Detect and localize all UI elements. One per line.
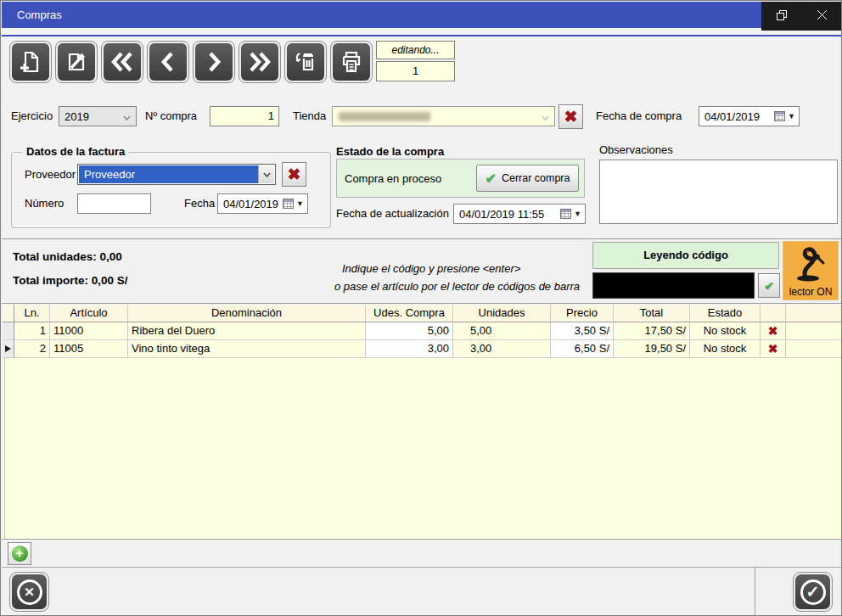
cell-ln[interactable]: 1 (14, 322, 50, 340)
new-record-button[interactable] (9, 41, 52, 83)
cell-ln[interactable]: 2 (14, 340, 50, 358)
table-row[interactable]: 1 11000 Ribera del Duero 5,00 5,00 3,50 … (3, 322, 841, 340)
col-header-udes-compra[interactable]: Udes. Compra (366, 305, 453, 322)
delete-row-button[interactable]: ✖ (761, 340, 786, 358)
compras-window: Compras editando... 1 (0, 0, 842, 616)
check-icon: ✔ (486, 171, 497, 187)
cell-denominacion[interactable]: Ribera del Duero (128, 322, 366, 340)
next-record-button[interactable] (193, 41, 235, 83)
tienda-redacted-value (339, 112, 430, 121)
dropdown-arrow-icon: ▼ (296, 199, 304, 208)
clear-tienda-button[interactable]: ✖ (559, 104, 583, 129)
total-importe: Total importe: 0,00 S/ (13, 274, 128, 287)
barcode-instruction-line2: o pase el artículo por el lector de códi… (334, 277, 580, 295)
red-x-icon: ✖ (288, 165, 301, 184)
ejercicio-select[interactable]: 2019 (59, 106, 137, 126)
restore-button[interactable] (761, 2, 802, 31)
estado-group-title: Estado de la compra (336, 145, 444, 158)
row-selector-current[interactable] (3, 340, 14, 358)
chevron-down-icon (123, 110, 131, 123)
num-compra-label: Nº compra (145, 106, 197, 126)
cell-total[interactable]: 17,50 S/ (614, 322, 690, 340)
tienda-select[interactable] (332, 106, 555, 126)
bottom-bar (2, 567, 842, 616)
col-header-ln[interactable]: Ln. (14, 305, 50, 322)
table-row[interactable]: 2 11005 Vino tinto vitega 3,00 3,00 6,50… (3, 340, 841, 358)
accept-check-icon: ✓ (800, 580, 826, 605)
total-unidades: Total unidades: 0,00 (13, 250, 122, 263)
close-button[interactable] (802, 2, 842, 31)
calendar-icon (774, 111, 785, 121)
observaciones-textarea[interactable] (599, 160, 838, 224)
calendar-icon (560, 209, 571, 219)
cell-unidades[interactable]: 5,00 (453, 322, 551, 340)
last-record-button[interactable] (239, 41, 281, 83)
add-row-strip: + (2, 539, 842, 567)
fecha-actualizacion-datepicker[interactable]: 04/01/2019 11:55 ▼ (453, 204, 586, 224)
edit-record-button[interactable] (55, 41, 98, 83)
close-icon (817, 9, 828, 23)
col-header-estado[interactable]: Estado (690, 305, 761, 322)
barcode-input[interactable] (592, 272, 755, 299)
col-header-total[interactable]: Total (614, 305, 690, 322)
cell-articulo[interactable]: 11005 (50, 340, 128, 358)
numero-input[interactable] (77, 193, 151, 214)
ejercicio-value: 2019 (59, 110, 123, 123)
col-header-unidades[interactable]: Unidades (453, 305, 551, 322)
col-header-filler (786, 305, 841, 322)
current-row-arrow-icon (5, 345, 11, 352)
bottom-bar-divider (755, 568, 755, 616)
col-header-precio[interactable]: Precio (551, 305, 614, 322)
cerrar-compra-button[interactable]: ✔ Cerrar compra (476, 165, 579, 192)
red-x-icon: ✖ (768, 324, 778, 338)
cell-total[interactable]: 19,50 S/ (614, 340, 690, 358)
window-title: Compras (17, 8, 62, 21)
cancel-x-icon: ✕ (17, 580, 42, 605)
factura-fecha-datepicker[interactable]: 04/01/2019 ▼ (217, 193, 308, 214)
cancel-button[interactable]: ✕ (9, 572, 49, 612)
edit-record-icon (58, 43, 95, 81)
previous-record-button[interactable] (147, 41, 189, 83)
col-header-denominacion[interactable]: Denominación (128, 305, 366, 322)
row-selector-header (3, 305, 14, 322)
num-compra-input[interactable]: 1 (210, 106, 279, 126)
table-empty-area (3, 358, 841, 539)
accept-button[interactable]: ✓ (793, 572, 833, 612)
add-row-button[interactable]: + (8, 542, 31, 565)
print-button[interactable] (330, 41, 373, 83)
check-icon: ✔ (764, 279, 774, 293)
tienda-label: Tienda (293, 106, 326, 126)
col-header-articulo[interactable]: Artículo (50, 305, 128, 322)
cell-denominacion[interactable]: Vino tinto vitega (128, 340, 366, 358)
print-icon (333, 43, 370, 81)
delete-row-button[interactable]: ✖ (761, 322, 786, 340)
fecha-compra-datepicker[interactable]: 04/01/2019 ▼ (699, 106, 800, 126)
cell-udes-compra[interactable]: 3,00 (366, 340, 453, 358)
confirm-code-button[interactable]: ✔ (758, 273, 780, 298)
observaciones-label: Observaciones (599, 142, 673, 159)
lector-on-button[interactable]: lector ON (783, 241, 839, 300)
lector-on-label: lector ON (789, 286, 833, 298)
chevron-down-icon (542, 110, 549, 123)
last-record-icon (241, 43, 278, 81)
first-record-button[interactable] (101, 41, 143, 83)
restore-icon (777, 10, 787, 23)
cell-articulo[interactable]: 11000 (50, 322, 128, 340)
cell-udes-compra[interactable]: 5,00 (366, 322, 453, 340)
row-selector[interactable] (3, 322, 14, 340)
fecha-actualizacion-label: Fecha de actualización (336, 204, 449, 224)
dropdown-arrow-icon: ▼ (574, 210, 581, 218)
title-bar: Compras (2, 2, 761, 28)
cell-precio[interactable]: 3,50 S/ (551, 322, 614, 340)
delete-record-button[interactable] (284, 41, 327, 83)
fecha-actualizacion-value: 04/01/2019 11:55 (459, 208, 560, 221)
previous-record-icon (149, 43, 187, 81)
proveedor-select[interactable]: Proveedor (77, 164, 276, 185)
clear-proveedor-button[interactable]: ✖ (282, 162, 306, 187)
cell-unidades[interactable]: 3,00 (453, 340, 551, 358)
first-record-icon (104, 43, 141, 81)
barcode-instruction-line1: Indique el código y presione <enter> (334, 260, 580, 277)
red-x-icon: ✖ (768, 342, 778, 356)
cell-precio[interactable]: 6,50 S/ (551, 340, 614, 358)
col-header-delete (761, 305, 786, 322)
